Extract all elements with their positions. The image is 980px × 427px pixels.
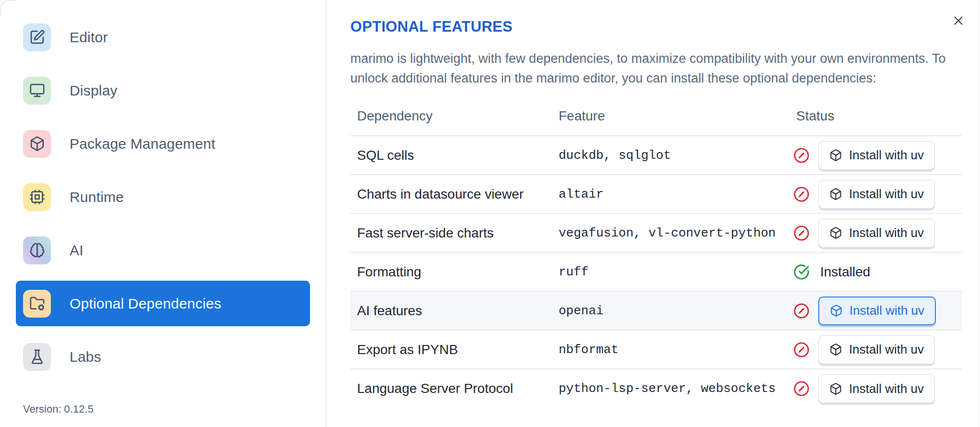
- dependency-cell: AI features: [350, 291, 552, 330]
- sidebar-item-label: Package Management: [70, 136, 215, 152]
- sidebar-item-label: Optional Dependencies: [70, 296, 221, 312]
- install-button-label: Install with uv: [849, 303, 924, 318]
- table-row: Language Server Protocol python-lsp-serv…: [350, 369, 962, 408]
- feature-cell: nbformat: [552, 330, 789, 369]
- sidebar-item-package-management[interactable]: Package Management: [16, 121, 310, 166]
- status-cell: Install with uv: [793, 297, 962, 325]
- brain-icon: [23, 237, 51, 264]
- version-label: Version: 0.12.5: [23, 403, 94, 415]
- install-button-label: Install with uv: [849, 187, 924, 202]
- close-button[interactable]: [948, 11, 968, 31]
- sidebar-item-label: Labs: [70, 349, 101, 365]
- table-row: AI features openai Install with uv: [350, 291, 962, 330]
- box-icon: [23, 130, 51, 158]
- panel-description: marimo is lightweight, with few dependen…: [350, 49, 962, 88]
- monitor-icon: [23, 77, 51, 105]
- status-cell: Install with uv: [793, 180, 962, 209]
- dependency-cell: Fast server-side charts: [350, 214, 552, 252]
- circle-x-icon: [793, 186, 810, 202]
- sidebar-item-label: AI: [70, 242, 84, 259]
- column-header-dependency: Dependency: [350, 104, 552, 136]
- table-row: SQL cells duckdb, sqlglot Install with u…: [350, 136, 962, 175]
- feature-cell: ruff: [552, 252, 789, 291]
- status-cell: Installed: [793, 264, 962, 280]
- sidebar-item-label: Display: [70, 83, 118, 99]
- install-with-uv-button[interactable]: Install with uv: [818, 180, 935, 209]
- status-cell: Install with uv: [793, 219, 962, 248]
- table-row: Fast server-side charts vegafusion, vl-c…: [350, 214, 962, 252]
- dependency-cell: Language Server Protocol: [350, 369, 552, 408]
- sidebar-item-optional-dependencies[interactable]: Optional Dependencies: [16, 281, 310, 326]
- install-button-label: Install with uv: [849, 342, 924, 357]
- settings-sidebar: Editor Display Package Management Runtim…: [0, 0, 326, 427]
- column-header-feature: Feature: [552, 104, 789, 136]
- install-button-label: Install with uv: [849, 225, 924, 240]
- sidebar-item-labs[interactable]: Labs: [16, 334, 310, 380]
- close-icon: [951, 13, 966, 28]
- install-with-uv-button[interactable]: Install with uv: [818, 335, 935, 364]
- dependency-cell: Export as IPYNB: [350, 330, 552, 369]
- feature-cell: python-lsp-server, websockets: [552, 369, 789, 408]
- flask-conical-icon: [23, 343, 51, 371]
- status-cell: Install with uv: [793, 335, 962, 364]
- status-cell: Install with uv: [793, 374, 962, 403]
- page-title: OPTIONAL FEATURES: [350, 18, 962, 36]
- sidebar-item-ai[interactable]: AI: [16, 227, 310, 273]
- feature-cell: duckdb, sqlglot: [552, 136, 789, 175]
- circle-x-icon: [793, 225, 810, 241]
- box-icon: [829, 226, 842, 239]
- circle-x-icon: [793, 303, 810, 319]
- table-row: Charts in datasource viewer altair Insta…: [350, 175, 962, 214]
- sidebar-item-label: Runtime: [70, 189, 124, 205]
- table-row: Formatting ruff Installed: [350, 252, 962, 291]
- install-with-uv-button[interactable]: Install with uv: [818, 219, 935, 248]
- sidebar-item-display[interactable]: Display: [16, 68, 310, 113]
- table-row: Export as IPYNB nbformat Install with uv: [350, 330, 962, 369]
- settings-dialog: Editor Display Package Management Runtim…: [0, 0, 980, 427]
- install-button-label: Install with uv: [849, 148, 924, 163]
- install-with-uv-button[interactable]: Install with uv: [818, 141, 935, 170]
- sidebar-item-label: Editor: [70, 29, 108, 46]
- sidebar-item-editor[interactable]: Editor: [16, 14, 310, 60]
- square-pen-icon: [23, 24, 51, 51]
- optional-features-panel: OPTIONAL FEATURES marimo is lightweight,…: [326, 0, 980, 427]
- install-with-uv-button[interactable]: Install with uv: [818, 374, 935, 403]
- dependencies-table: Dependency Feature Status SQL cells duck…: [350, 104, 962, 408]
- sidebar-nav: Editor Display Package Management Runtim…: [0, 14, 325, 380]
- install-button-label: Install with uv: [849, 381, 924, 396]
- box-icon: [829, 343, 842, 356]
- status-cell: Install with uv: [793, 141, 962, 170]
- table-header-row: Dependency Feature Status: [350, 104, 962, 136]
- dependency-cell: SQL cells: [350, 136, 552, 175]
- install-with-uv-button[interactable]: Install with uv: [818, 297, 936, 325]
- feature-cell: openai: [552, 291, 789, 330]
- cpu-icon: [23, 183, 51, 211]
- feature-cell: altair: [552, 175, 789, 214]
- box-icon: [829, 188, 842, 201]
- table-body: SQL cells duckdb, sqlglot Install with u…: [350, 136, 962, 408]
- installed-status-label: Installed: [820, 264, 870, 280]
- dependency-cell: Formatting: [350, 252, 552, 291]
- box-icon: [829, 149, 842, 162]
- circle-x-icon: [793, 147, 810, 164]
- sidebar-item-runtime[interactable]: Runtime: [16, 174, 310, 220]
- box-icon: [830, 304, 843, 317]
- feature-cell: vegafusion, vl-convert-python: [552, 214, 789, 252]
- folder-cog-icon: [23, 290, 51, 318]
- dependency-cell: Charts in datasource viewer: [350, 175, 552, 214]
- box-icon: [829, 382, 842, 395]
- circle-x-icon: [793, 342, 810, 358]
- circle-check-icon: [793, 264, 810, 280]
- column-header-status: Status: [789, 104, 962, 136]
- circle-x-icon: [793, 380, 810, 397]
